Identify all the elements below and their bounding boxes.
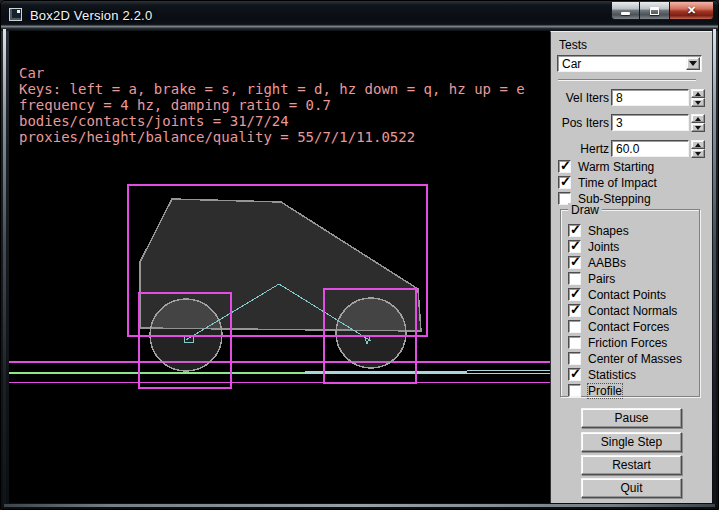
- arrow-down-icon: [695, 126, 701, 130]
- hertz-row: Hertz 60.0: [551, 140, 713, 158]
- stats-line-keys: Keys: left = a, brake = s, right = d, hz…: [19, 81, 525, 97]
- checkbox-box[interactable]: ✓: [558, 160, 571, 173]
- draw-group-label: Draw: [568, 203, 602, 217]
- contact-strip: [305, 371, 467, 374]
- single-step-button[interactable]: Single Step: [581, 432, 682, 452]
- checkbox-label: Contact Forces: [588, 320, 669, 334]
- arrow-down-icon: [695, 101, 701, 105]
- window-title: Box2D Version 2.2.0: [30, 8, 152, 23]
- checkbox-box[interactable]: ✓: [568, 224, 581, 237]
- close-button[interactable]: ✕: [669, 2, 714, 20]
- checkbox-box[interactable]: ✓: [568, 256, 581, 269]
- checkbox-label: Contact Points: [588, 288, 666, 302]
- checkbox-label: Profile: [588, 384, 622, 398]
- control-panel: Tests Car Vel Iters 8 Pos Iters 3: [550, 31, 712, 503]
- check-icon: ✓: [560, 174, 571, 189]
- hertz-label: Hertz: [551, 142, 609, 156]
- vel-iters-input[interactable]: 8: [611, 89, 689, 106]
- checkbox-box[interactable]: ✓: [568, 240, 581, 253]
- stats-line-title: Car: [19, 65, 525, 81]
- pos-iters-input[interactable]: 3: [611, 114, 689, 131]
- checkbox-label: Joints: [588, 240, 619, 254]
- hertz-value: 60.0: [616, 142, 639, 156]
- vel-iters-up-button[interactable]: [691, 89, 705, 98]
- checkbox-label: AABBs: [588, 256, 626, 270]
- pos-iters-up-button[interactable]: [691, 114, 705, 123]
- tests-dropdown[interactable]: Car: [557, 55, 702, 72]
- window-border-left: [3, 29, 6, 505]
- arrow-up-icon: [695, 117, 701, 121]
- arrow-up-icon: [695, 143, 701, 147]
- checkbox-label: Statistics: [588, 368, 636, 382]
- vel-iters-label: Vel Iters: [551, 91, 609, 105]
- checkbox-label: Shapes: [588, 224, 629, 238]
- checkbox-label: Friction Forces: [588, 336, 667, 350]
- hertz-stepper: [691, 140, 705, 158]
- maximize-icon: [650, 7, 659, 15]
- check-icon: ✓: [560, 158, 571, 173]
- minimize-icon: [621, 12, 630, 15]
- pos-iters-stepper: [691, 114, 705, 132]
- close-icon: ✕: [687, 4, 696, 17]
- separator: [558, 79, 696, 81]
- checkbox-box[interactable]: ✓: [568, 320, 581, 333]
- checkbox-box[interactable]: ✓: [568, 304, 581, 317]
- minimize-button[interactable]: [611, 2, 640, 20]
- pos-iters-row: Pos Iters 3: [551, 114, 713, 132]
- window-controls: ✕: [611, 2, 714, 20]
- checkbox-box[interactable]: ✓: [568, 352, 581, 365]
- checkbox-box[interactable]: ✓: [568, 368, 581, 381]
- statistics-text: CarKeys: left = a, brake = s, right = d,…: [19, 65, 525, 145]
- check-icon: ✓: [570, 238, 581, 253]
- vel-iters-stepper: [691, 89, 705, 107]
- checkbox-box[interactable]: ✓: [568, 288, 581, 301]
- stats-line-bodies: bodies/contacts/joints = 31/7/24: [19, 113, 525, 129]
- checkbox-box[interactable]: ✓: [568, 384, 581, 397]
- car-wheel-right: [336, 298, 406, 368]
- checkbox-label: Time of Impact: [578, 176, 657, 190]
- maximize-button[interactable]: [640, 2, 669, 20]
- pos-iters-down-button[interactable]: [691, 123, 705, 132]
- checkbox-box[interactable]: ✓: [558, 176, 571, 189]
- check-icon: ✓: [570, 366, 581, 381]
- pos-iters-value: 3: [616, 116, 623, 130]
- title-bar[interactable]: Box2D Version 2.2.0 ✕: [1, 1, 719, 31]
- check-icon: ✓: [570, 222, 581, 237]
- hertz-input[interactable]: 60.0: [611, 140, 689, 157]
- stats-line-frequency: frequency = 4 hz, damping ratio = 0.7: [19, 97, 525, 113]
- check-icon: ✓: [570, 254, 581, 269]
- hertz-up-button[interactable]: [691, 140, 705, 149]
- arrow-down-icon: [695, 152, 701, 156]
- check-icon: ✓: [570, 286, 581, 301]
- window-border-bottom: [4, 504, 715, 507]
- checkbox-box[interactable]: ✓: [568, 336, 581, 349]
- vel-iters-value: 8: [616, 91, 623, 105]
- checkbox-label: Pairs: [588, 272, 615, 286]
- vel-iters-row: Vel Iters 8: [551, 89, 713, 107]
- app-window: Box2D Version 2.2.0 ✕: [0, 0, 719, 510]
- checkbox-label: Warm Starting: [578, 160, 654, 174]
- tests-label: Tests: [559, 38, 587, 52]
- hertz-down-button[interactable]: [691, 149, 705, 158]
- vel-iters-down-button[interactable]: [691, 98, 705, 107]
- pos-iters-label: Pos Iters: [551, 116, 609, 130]
- chevron-down-icon: [689, 61, 697, 66]
- quit-button[interactable]: Quit: [581, 478, 682, 498]
- pause-button[interactable]: Pause: [581, 408, 682, 428]
- checkbox-label: Center of Masses: [588, 352, 682, 366]
- simulation-viewport[interactable]: CarKeys: left = a, brake = s, right = d,…: [9, 31, 550, 503]
- checkbox-box[interactable]: ✓: [568, 272, 581, 285]
- check-icon: ✓: [570, 302, 581, 317]
- tests-dropdown-value: Car: [562, 57, 581, 71]
- stats-line-proxies: proxies/height/balance/quality = 55/7/1/…: [19, 129, 525, 145]
- window-border-right: [713, 29, 716, 505]
- tests-dropdown-arrow-button[interactable]: [686, 57, 700, 70]
- app-icon: [9, 8, 22, 21]
- arrow-up-icon: [695, 92, 701, 96]
- restart-button[interactable]: Restart: [581, 455, 682, 475]
- checkbox-label: Contact Normals: [588, 304, 677, 318]
